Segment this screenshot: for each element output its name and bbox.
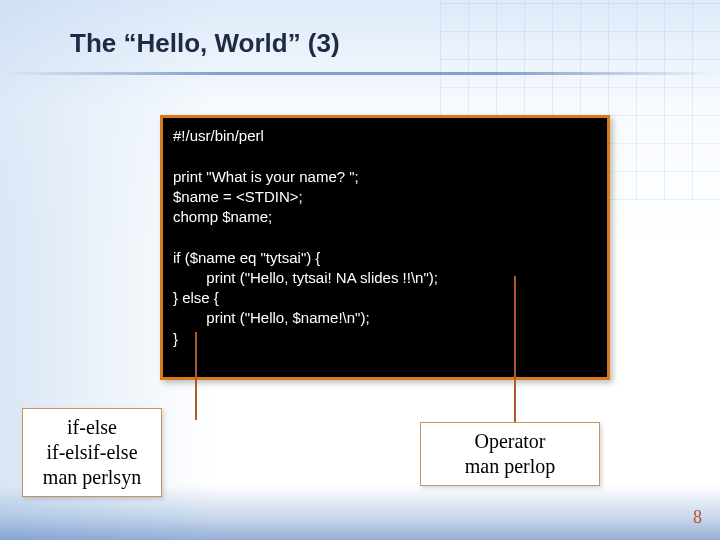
annotation-operator: Operator man perlop	[420, 422, 600, 486]
annotation-line: Operator	[431, 429, 589, 454]
annotation-line: if-else	[33, 415, 151, 440]
code-line: #!/usr/bin/perl	[173, 127, 264, 144]
code-line: print ("Hello, $name!\n");	[173, 309, 370, 326]
title-underline	[0, 72, 720, 75]
code-line: } else {	[173, 289, 219, 306]
code-block: #!/usr/bin/perl print "What is your name…	[160, 115, 610, 380]
code-line: if ($name eq "tytsai") {	[173, 249, 320, 266]
annotation-line: man perlsyn	[33, 465, 151, 490]
connector-line-left	[195, 332, 197, 420]
annotation-line: man perlop	[431, 454, 589, 479]
code-line: print ("Hello, tytsai! NA slides !!\n");	[173, 269, 438, 286]
code-line: print "What is your name? ";	[173, 168, 359, 185]
connector-line-right	[514, 276, 516, 422]
code-line: $name = <STDIN>;	[173, 188, 303, 205]
annotation-ifelse: if-else if-elsif-else man perlsyn	[22, 408, 162, 497]
page-number: 8	[693, 507, 702, 528]
annotation-line: if-elsif-else	[33, 440, 151, 465]
slide-title: The “Hello, World” (3)	[70, 28, 340, 59]
code-line: chomp $name;	[173, 208, 272, 225]
code-line: }	[173, 330, 178, 347]
